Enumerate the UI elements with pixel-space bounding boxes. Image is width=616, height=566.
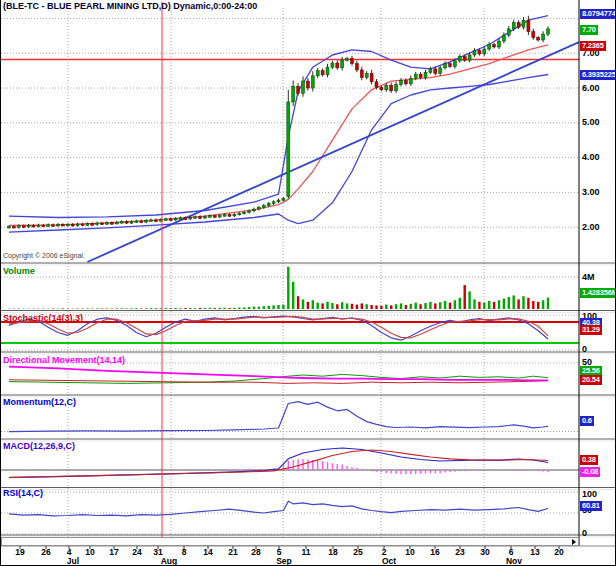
- candle: [326, 67, 329, 75]
- candle: [316, 71, 319, 76]
- candle: [32, 225, 35, 227]
- candle: [507, 29, 510, 35]
- rsi-value-badge: 60.81: [580, 501, 602, 511]
- candle: [380, 87, 383, 89]
- volume-bar: [361, 303, 363, 309]
- main-value-badge: 6.39352254: [580, 70, 616, 80]
- panel-label-macd[interactable]: MACD(12,26,9,C): [3, 441, 75, 451]
- candle: [370, 73, 373, 81]
- time-axis-day-label: 24: [132, 547, 141, 557]
- time-axis-day-label: 10: [85, 547, 94, 557]
- candle: [27, 225, 30, 227]
- macd-value-badge: 0.38: [580, 455, 598, 465]
- volume-bar: [292, 282, 294, 309]
- dm-value-badge: 20.54: [580, 375, 602, 385]
- candle: [120, 222, 123, 224]
- candle: [439, 68, 442, 74]
- candle: [37, 225, 40, 227]
- candle: [542, 34, 545, 40]
- panel-label-volume[interactable]: Volume: [3, 266, 35, 276]
- candle: [527, 20, 530, 31]
- candle: [512, 23, 515, 29]
- panel-label-momentum[interactable]: Momentum(12,C): [3, 397, 76, 407]
- volume-bar: [272, 305, 274, 309]
- time-axis-day-label: 20: [554, 547, 563, 557]
- candle: [47, 225, 50, 227]
- volume-bar: [356, 305, 358, 309]
- time-axis-day-label: 17: [109, 547, 118, 557]
- candle: [341, 60, 344, 68]
- candle: [243, 212, 246, 214]
- macd-value-badge: -0.08: [580, 467, 600, 477]
- candle: [449, 64, 452, 67]
- h-scrollbar[interactable]: [1, 537, 579, 546]
- volume-bar: [321, 303, 323, 309]
- time-axis-day-label: 30: [480, 547, 489, 557]
- chart-canvas[interactable]: [1, 0, 616, 566]
- candle: [115, 222, 118, 224]
- volume-bar: [503, 299, 505, 309]
- volume-bar: [219, 308, 221, 309]
- volume-bar: [268, 306, 270, 309]
- bollinger-upper-band: [9, 16, 548, 218]
- panel-label-dm[interactable]: Directional Movement(14,14): [3, 355, 125, 365]
- momentum-value-badge: 0.6: [580, 416, 594, 426]
- candle: [42, 225, 45, 227]
- scroll-right-icon: [572, 539, 576, 545]
- bollinger-lower-band: [9, 75, 548, 233]
- volume-bar: [116, 308, 118, 309]
- candle: [498, 41, 501, 47]
- candle: [468, 55, 471, 60]
- volume-bar: [331, 303, 333, 309]
- dm-magenta-line: [9, 367, 548, 381]
- candle: [179, 218, 182, 220]
- volume-bar: [179, 308, 181, 309]
- volume-bar: [238, 308, 240, 309]
- time-axis-month-label: Jul: [67, 556, 79, 566]
- candle: [483, 49, 486, 54]
- dm-green-line: [9, 374, 548, 383]
- stoch-k-line: [9, 316, 548, 340]
- time-axis-day-label: 28: [251, 547, 260, 557]
- volume-bar: [135, 308, 137, 309]
- volume-bar: [419, 304, 421, 309]
- time-axis-month-label: Nov: [506, 556, 522, 566]
- scroll-right-button[interactable]: [569, 538, 578, 545]
- candle: [164, 219, 167, 221]
- volume-bar: [228, 308, 230, 309]
- time-axis-day-label: 8: [182, 547, 187, 557]
- macd-signal-line: [9, 450, 548, 477]
- volume-bar: [488, 301, 490, 309]
- candle: [213, 216, 216, 218]
- volume-bar: [346, 303, 348, 309]
- axis-tick-label: 0: [582, 344, 587, 354]
- stochastic-value-badge: 31.29: [580, 325, 602, 335]
- candle: [429, 69, 432, 72]
- rsi-line: [9, 501, 548, 516]
- candle: [204, 216, 207, 218]
- volume-bar: [297, 296, 299, 309]
- candle: [331, 63, 334, 67]
- candle: [424, 72, 427, 77]
- candle: [140, 221, 143, 223]
- volume-bar: [204, 308, 206, 309]
- volume-bar: [336, 304, 338, 309]
- volume-bar: [410, 304, 412, 309]
- panel-label-stochastic[interactable]: Stochastic(14(3),3): [3, 313, 83, 323]
- candle: [463, 57, 466, 60]
- volume-bar: [150, 308, 152, 309]
- volume-value-badge: 1.428356M: [580, 288, 616, 298]
- axis-tick-label: 4M: [582, 272, 595, 282]
- volume-bar: [366, 304, 368, 309]
- candle: [61, 224, 64, 226]
- candle: [346, 58, 349, 60]
- volume-bar: [351, 304, 353, 309]
- axis-tick-label: 2.00: [582, 222, 600, 232]
- volume-bar: [522, 296, 524, 309]
- panel-label-rsi[interactable]: RSI(14,C): [3, 488, 43, 498]
- candle: [355, 64, 358, 70]
- candle: [189, 217, 192, 219]
- time-axis-day-label: 14: [203, 547, 212, 557]
- volume-bar: [390, 305, 392, 309]
- time-axis-day-label: 16: [430, 547, 439, 557]
